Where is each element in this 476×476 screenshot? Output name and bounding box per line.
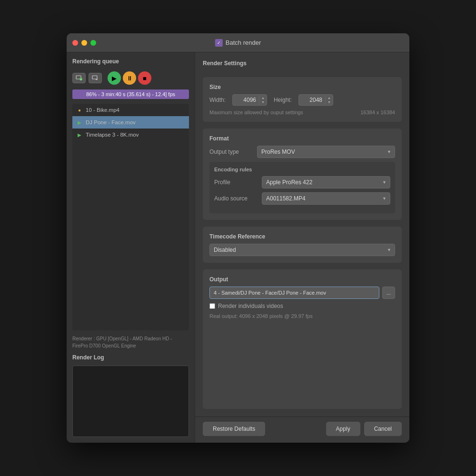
- clock-icon: ●: [76, 107, 83, 113]
- height-spinbox[interactable]: ▲ ▼: [298, 94, 333, 106]
- restore-defaults-button[interactable]: Restore Defaults: [203, 422, 265, 436]
- renderer-info: Renderer : GPU [OpenGL] - AMD Radeon HD …: [72, 335, 189, 349]
- cancel-button[interactable]: Cancel: [364, 422, 402, 436]
- format-label: Format: [209, 135, 395, 142]
- timecode-section: Timecode Reference Disabled Source Recor…: [203, 227, 402, 263]
- queue-item[interactable]: ▶ DJ Pone - Face.mov: [72, 116, 189, 129]
- browse-button[interactable]: ...: [382, 287, 395, 299]
- titlebar: ✓ Batch render: [67, 33, 409, 52]
- minimize-button[interactable]: [81, 40, 87, 46]
- width-down-arrow[interactable]: ▼: [259, 100, 267, 104]
- arrow-icon: ▶: [76, 119, 83, 126]
- width-label: Width:: [209, 97, 226, 103]
- profile-wrapper: Apple ProRes 422 Apple ProRes 422 HQ App…: [262, 176, 390, 188]
- height-label: Height:: [274, 97, 292, 103]
- width-up-arrow[interactable]: ▲: [259, 96, 267, 100]
- output-type-label: Output type: [209, 149, 252, 155]
- audio-source-label: Audio source: [214, 195, 257, 202]
- stop-button[interactable]: ■: [138, 71, 151, 85]
- audio-source-row: Audio source A0011582.MP4 None: [214, 192, 390, 205]
- height-down-arrow[interactable]: ▼: [326, 100, 333, 104]
- title-area: ✓ Batch render: [215, 39, 261, 47]
- apply-button[interactable]: Apply: [326, 422, 360, 436]
- real-output-info: Real output: 4096 x 2048 pixels @ 29.97 …: [209, 313, 395, 319]
- height-input[interactable]: [299, 97, 325, 103]
- arrow-icon: ▶: [76, 131, 83, 138]
- left-panel: Rendering queue + ▶ ⏸ ■ 86% - 3 min:40 s…: [67, 52, 195, 443]
- audio-source-select[interactable]: A0011582.MP4 None: [262, 192, 390, 205]
- height-arrows: ▲ ▼: [325, 96, 333, 104]
- width-spinbox[interactable]: ▲ ▼: [232, 94, 267, 106]
- output-label: Output: [209, 276, 395, 283]
- width-input[interactable]: [233, 97, 259, 103]
- timecode-select[interactable]: Disabled Source Record Run: [209, 244, 395, 256]
- traffic-lights: [72, 40, 96, 46]
- height-up-arrow[interactable]: ▲: [326, 96, 333, 100]
- profile-row: Profile Apple ProRes 422 Apple ProRes 42…: [214, 176, 390, 188]
- close-button[interactable]: [72, 40, 78, 46]
- progress-bar: 86% - 3 min:40 s (35.614 s) - 12.4] fps: [72, 89, 189, 99]
- queue-item-name: DJ Pone - Face.mov: [86, 119, 136, 125]
- profile-label: Profile: [214, 179, 257, 186]
- timecode-wrapper: Disabled Source Record Run: [209, 244, 395, 256]
- svg-rect-3: [92, 76, 97, 79]
- encoding-rules-title: Encoding rules: [214, 167, 390, 172]
- timecode-label: Timecode Reference: [209, 233, 395, 240]
- render-individuals-checkbox[interactable]: [209, 303, 215, 309]
- add-item-button[interactable]: +: [72, 73, 86, 83]
- output-type-select[interactable]: ProRes MOV H.264 MP4 H.265 MP4 DNxHD MOV: [257, 146, 395, 158]
- remove-item-button[interactable]: [89, 73, 102, 83]
- render-log-title: Render Log: [72, 354, 189, 361]
- profile-select[interactable]: Apple ProRes 422 Apple ProRes 422 HQ App…: [262, 176, 390, 188]
- right-container: Render Settings Size Width: ▲ ▼ H: [195, 52, 409, 443]
- play-button[interactable]: ▶: [108, 71, 121, 85]
- svg-text:+: +: [80, 78, 82, 81]
- max-size-info: Maximum size allowed by ouput settings 1…: [209, 109, 395, 115]
- right-panel: Render Settings Size Width: ▲ ▼ H: [195, 52, 409, 416]
- queue-list: ● 10 - Bike.mp4 ▶ DJ Pone - Face.mov ▶ T…: [72, 104, 189, 330]
- window-title: Batch render: [226, 39, 261, 46]
- render-individuals-row: Render individuals videos: [209, 303, 395, 309]
- max-size-label: Maximum size allowed by ouput settings: [209, 109, 303, 115]
- encoding-rules-box: Encoding rules Profile Apple ProRes 422 …: [209, 162, 395, 213]
- app-icon: ✓: [215, 39, 223, 47]
- queue-item-name: Timelapse 3 - 8K.mov: [86, 132, 139, 138]
- queue-item[interactable]: ▶ Timelapse 3 - 8K.mov: [72, 129, 189, 141]
- output-path-row: ...: [209, 287, 395, 299]
- max-size-value: 16384 x 16384: [360, 109, 395, 115]
- batch-render-window: ✓ Batch render Rendering queue + ▶ ⏸ ■: [67, 33, 409, 443]
- size-label: Size: [209, 84, 395, 90]
- footer-buttons: Restore Defaults Apply Cancel: [195, 416, 409, 443]
- width-arrows: ▲ ▼: [259, 96, 267, 104]
- rendering-queue-title: Rendering queue: [72, 58, 189, 65]
- main-content: Rendering queue + ▶ ⏸ ■ 86% - 3 min:40 s…: [67, 52, 409, 443]
- queue-item[interactable]: ● 10 - Bike.mp4: [72, 104, 189, 116]
- render-individuals-label: Render individuals videos: [218, 303, 283, 309]
- render-settings-title: Render Settings: [203, 60, 402, 67]
- queue-item-name: 10 - Bike.mp4: [86, 107, 119, 113]
- output-section: Output ... Render individuals videos Rea…: [203, 269, 402, 409]
- size-section: Size Width: ▲ ▼ Height:: [203, 77, 402, 122]
- log-area: [72, 366, 189, 437]
- output-path-input[interactable]: [209, 287, 379, 299]
- queue-controls: + ▶ ⏸ ■: [72, 71, 189, 85]
- output-type-wrapper: ProRes MOV H.264 MP4 H.265 MP4 DNxHD MOV: [257, 146, 395, 158]
- audio-source-wrapper: A0011582.MP4 None: [262, 192, 390, 205]
- render-log-section: Render Log: [72, 354, 189, 437]
- size-row: Width: ▲ ▼ Height: ▲: [209, 94, 395, 106]
- maximize-button[interactable]: [90, 40, 96, 46]
- pause-button[interactable]: ⏸: [123, 71, 136, 85]
- format-section: Format Output type ProRes MOV H.264 MP4 …: [203, 129, 402, 220]
- playback-controls: ▶ ⏸ ■: [108, 71, 151, 85]
- output-type-row: Output type ProRes MOV H.264 MP4 H.265 M…: [209, 146, 395, 158]
